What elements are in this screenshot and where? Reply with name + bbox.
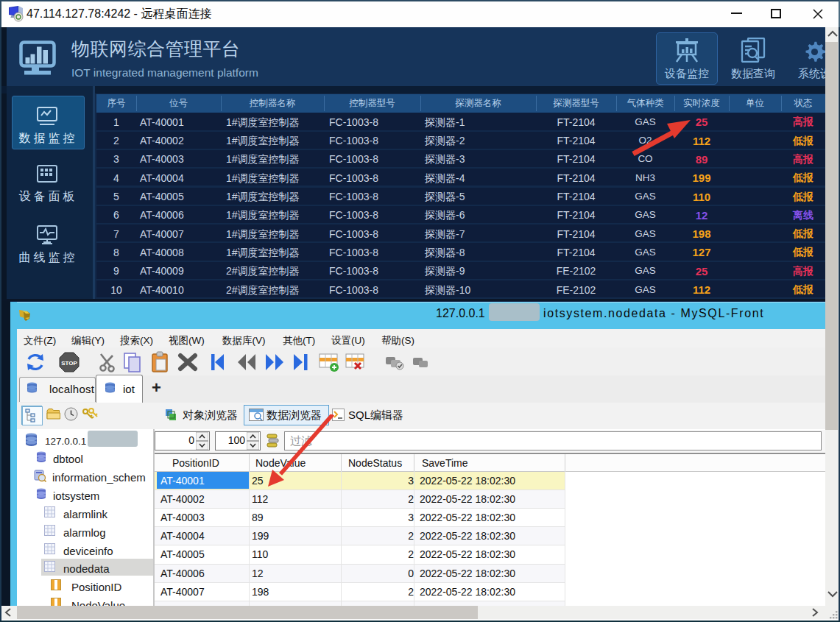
svg-text:STOP: STOP xyxy=(61,360,77,367)
